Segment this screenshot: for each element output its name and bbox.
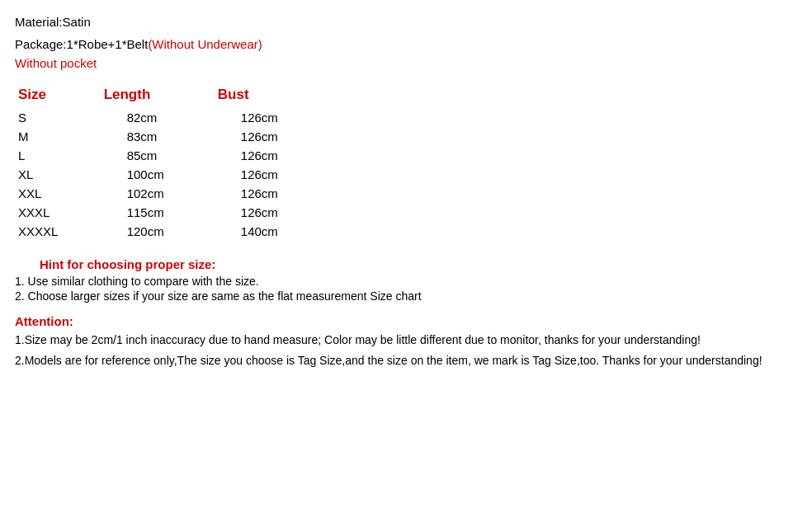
table-cell: 126cm [218, 146, 332, 165]
table-cell: 126cm [218, 203, 332, 222]
table-cell: M [18, 127, 104, 146]
table-cell: 126cm [218, 184, 332, 203]
material-line: Material:Satin [15, 15, 797, 29]
attention-item-2: 2.Models are for reference only,The size… [15, 352, 797, 369]
hint-item-2: 2. Choose larger sizes if your size are … [15, 289, 797, 303]
col-header-length: Length [104, 83, 218, 108]
without-pocket: Without pocket [15, 56, 797, 70]
table-cell: 83cm [104, 127, 218, 146]
table-cell: 140cm [218, 222, 332, 241]
table-row: XXXL115cm126cm [18, 203, 332, 222]
table-cell: L [18, 146, 104, 165]
hint-title: Hint for choosing proper size: [40, 257, 797, 271]
table-row: S82cm126cm [18, 108, 332, 127]
table-cell: 82cm [104, 108, 218, 127]
table-cell: XXXXL [18, 222, 104, 241]
table-row: M83cm126cm [18, 127, 332, 146]
attention-item-1: 1.Size may be 2cm/1 inch inaccuracy due … [15, 332, 797, 349]
table-row: XXL102cm126cm [18, 184, 332, 203]
col-header-size: Size [18, 83, 104, 108]
package-normal: 1*Robe+1*Belt [67, 37, 149, 51]
table-cell: XXL [18, 184, 104, 203]
table-row: L85cm126cm [18, 146, 332, 165]
table-cell: 126cm [218, 108, 332, 127]
table-cell: 126cm [218, 127, 332, 146]
table-cell: XXXL [18, 203, 104, 222]
table-cell: XL [18, 165, 104, 184]
material-value: Satin [63, 15, 91, 29]
table-cell: 102cm [104, 184, 218, 203]
table-cell: 115cm [104, 203, 218, 222]
size-table: Size Length Bust S82cm126cmM83cm126cmL85… [18, 83, 332, 241]
table-cell: S [18, 108, 104, 127]
table-row: XXXXL120cm140cm [18, 222, 332, 241]
package-red: (Without Underwear) [148, 37, 262, 51]
attention-section: Attention: 1.Size may be 2cm/1 inch inac… [15, 314, 797, 369]
material-label: Material: [15, 15, 63, 29]
package-line: Package:1*Robe+1*Belt(Without Underwear) [15, 37, 797, 51]
col-header-bust: Bust [218, 83, 332, 108]
package-label: Package: [15, 37, 67, 51]
table-row: XL100cm126cm [18, 165, 332, 184]
attention-title: Attention: [15, 314, 797, 328]
table-cell: 100cm [104, 165, 218, 184]
hint-section: Hint for choosing proper size: 1. Use si… [15, 257, 797, 303]
table-cell: 85cm [104, 146, 218, 165]
hint-item-1: 1. Use similar clothing to compare with … [15, 275, 797, 288]
table-cell: 120cm [104, 222, 218, 241]
table-cell: 126cm [218, 165, 332, 184]
